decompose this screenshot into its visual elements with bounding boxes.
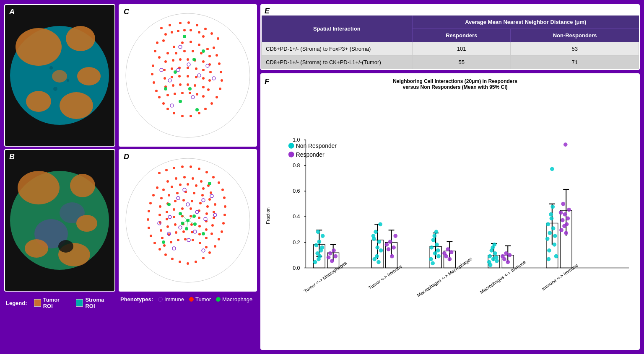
svg-point-64 bbox=[166, 52, 169, 54]
svg-point-176 bbox=[214, 203, 216, 206]
svg-point-378 bbox=[554, 254, 558, 258]
svg-point-215 bbox=[205, 237, 208, 239]
svg-point-217 bbox=[170, 241, 172, 243]
svg-point-181 bbox=[191, 200, 193, 202]
svg-point-78 bbox=[171, 67, 173, 70]
svg-point-232 bbox=[187, 238, 190, 242]
svg-point-35 bbox=[156, 41, 158, 44]
svg-point-331 bbox=[436, 248, 440, 253]
svg-point-125 bbox=[173, 167, 175, 169]
svg-point-147 bbox=[158, 248, 161, 251]
svg-point-90 bbox=[208, 79, 211, 82]
legend-tumor: Tumor ROI bbox=[34, 297, 70, 309]
legend-stroma: Stroma ROI bbox=[76, 297, 114, 309]
svg-point-51 bbox=[210, 102, 213, 105]
svg-point-206 bbox=[198, 225, 201, 227]
svg-text:0.2: 0.2 bbox=[293, 240, 300, 245]
svg-point-195 bbox=[173, 216, 175, 218]
table-header-si: Spatial Interaction bbox=[262, 16, 413, 42]
table-row: CD8+PD-1+/- (Stroma) to FoxP3+ (Stroma) … bbox=[262, 42, 639, 56]
svg-point-290 bbox=[328, 251, 332, 256]
svg-point-105 bbox=[192, 58, 196, 61]
tumor-swatch bbox=[34, 299, 41, 307]
svg-point-332 bbox=[431, 261, 435, 266]
svg-point-134 bbox=[224, 205, 226, 208]
svg-point-144 bbox=[179, 261, 181, 263]
svg-point-251 bbox=[202, 232, 205, 235]
svg-point-67 bbox=[192, 50, 194, 52]
svg-point-123 bbox=[158, 172, 161, 174]
svg-point-46 bbox=[173, 112, 175, 114]
panel-b-label: B bbox=[9, 152, 15, 161]
svg-point-87 bbox=[187, 75, 189, 78]
svg-point-52 bbox=[216, 96, 218, 98]
svg-point-40 bbox=[151, 73, 153, 75]
svg-point-28 bbox=[164, 33, 167, 36]
svg-point-71 bbox=[172, 59, 174, 62]
svg-point-1 bbox=[16, 28, 62, 66]
svg-point-33 bbox=[198, 31, 200, 34]
svg-point-377 bbox=[551, 205, 555, 209]
svg-point-59 bbox=[173, 46, 175, 48]
svg-point-130 bbox=[212, 176, 215, 178]
panel-c-label: C bbox=[124, 8, 129, 16]
panel-a-image bbox=[5, 5, 114, 146]
svg-point-159 bbox=[192, 177, 194, 180]
svg-point-41 bbox=[153, 81, 155, 84]
svg-point-60 bbox=[181, 41, 184, 44]
svg-point-329 bbox=[429, 257, 433, 261]
panel-d: D bbox=[119, 149, 257, 292]
svg-point-7 bbox=[49, 66, 53, 70]
svg-point-75 bbox=[202, 60, 205, 63]
chart-svg: Non Responder Responder 0.0 0.2 0.4 bbox=[274, 92, 635, 339]
svg-text:0.6: 0.6 bbox=[293, 188, 300, 194]
stroma-swatch bbox=[76, 299, 83, 307]
svg-point-304 bbox=[377, 240, 381, 244]
svg-point-201 bbox=[160, 229, 162, 232]
svg-point-99 bbox=[174, 93, 176, 95]
svg-point-102 bbox=[196, 93, 198, 96]
svg-point-120 bbox=[170, 104, 174, 107]
svg-text:0.8: 0.8 bbox=[293, 163, 300, 168]
svg-point-192 bbox=[213, 217, 215, 219]
svg-point-373 bbox=[545, 237, 550, 241]
tumor-dot bbox=[189, 297, 194, 302]
svg-point-169 bbox=[160, 197, 163, 199]
table-header-non-responders: Non-Responders bbox=[511, 29, 639, 42]
svg-point-338 bbox=[449, 250, 454, 254]
svg-point-191 bbox=[205, 212, 208, 215]
svg-point-114 bbox=[168, 79, 171, 82]
svg-point-388 bbox=[565, 222, 569, 226]
svg-point-213 bbox=[191, 231, 193, 233]
svg-point-286 bbox=[320, 245, 324, 250]
svg-point-115 bbox=[197, 74, 201, 77]
panel-c: C bbox=[119, 4, 257, 147]
svg-point-387 bbox=[563, 212, 567, 217]
svg-point-289 bbox=[327, 256, 331, 260]
svg-point-325 bbox=[431, 238, 436, 242]
panel-c-scatter bbox=[119, 5, 256, 146]
svg-point-211 bbox=[175, 231, 177, 234]
svg-point-61 bbox=[190, 41, 192, 43]
panel-e-label: E bbox=[261, 5, 639, 16]
svg-text:Tumor <-> Immune: Tumor <-> Immune bbox=[368, 264, 403, 290]
svg-point-47 bbox=[181, 115, 184, 117]
svg-point-254 bbox=[288, 143, 294, 149]
svg-text:1.0: 1.0 bbox=[293, 137, 300, 143]
svg-point-207 bbox=[205, 228, 208, 231]
svg-point-310 bbox=[378, 222, 382, 226]
table-header-dist: Average Mean Nearest Neighbor Distance (… bbox=[413, 16, 639, 29]
svg-point-162 bbox=[162, 189, 165, 191]
svg-point-160 bbox=[200, 180, 203, 183]
svg-point-81 bbox=[195, 67, 197, 70]
svg-point-54 bbox=[221, 79, 223, 82]
svg-point-222 bbox=[205, 246, 208, 248]
svg-point-139 bbox=[214, 245, 216, 248]
svg-point-63 bbox=[206, 48, 209, 50]
responders-1: 101 bbox=[413, 42, 511, 56]
svg-point-42 bbox=[155, 90, 158, 92]
svg-point-167 bbox=[202, 187, 205, 190]
svg-point-381 bbox=[559, 211, 563, 215]
svg-point-349 bbox=[493, 251, 497, 256]
svg-point-375 bbox=[552, 243, 556, 247]
